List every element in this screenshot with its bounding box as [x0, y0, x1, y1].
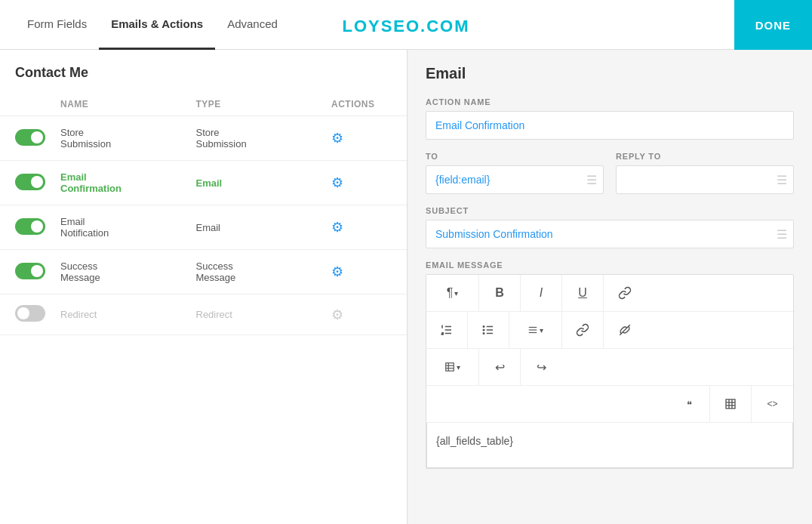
col-type: TYPE	[196, 99, 332, 109]
done-button[interactable]: DONE	[734, 0, 812, 50]
variable-btn[interactable]: ❝	[669, 386, 710, 422]
left-panel: Contact Me NAME TYPE ACTIONS StoreSubmis…	[0, 50, 408, 524]
source-code-btn[interactable]: <>	[752, 386, 793, 422]
row-name-store-submission: StoreSubmission	[60, 127, 196, 149]
paragraph-btn[interactable]: ¶ ▾	[426, 275, 479, 311]
to-input-wrapper: ☰	[426, 165, 604, 194]
toolbar-container: ¶ ▾ B I U	[426, 274, 794, 469]
svg-point-8	[483, 333, 484, 334]
row-actions-store-submission[interactable]: ⚙	[331, 130, 392, 146]
break-link-btn[interactable]	[604, 312, 645, 348]
reply-to-group: REPLY TO ☰	[616, 152, 794, 194]
italic-btn[interactable]: I	[521, 275, 562, 311]
row-type-success-message: SuccessMessage	[196, 260, 332, 283]
to-list-icon[interactable]: ☰	[586, 173, 597, 187]
row-name-email-notification: EmailNotification	[60, 216, 196, 239]
panel-title: Contact Me	[0, 65, 407, 93]
to-input[interactable]	[426, 166, 603, 193]
redo-btn[interactable]: ↪	[521, 349, 562, 385]
table-btn[interactable]: ▾	[426, 349, 479, 385]
to-reply-row: TO ☰ REPLY TO ☰	[426, 152, 794, 206]
row-type-email-confirmation: Email	[196, 177, 332, 189]
svg-point-6	[483, 326, 484, 328]
table-row: EmailNotification Email ⚙	[0, 205, 407, 250]
col-name: NAME	[60, 99, 196, 109]
toggle-email-confirmation[interactable]	[15, 174, 60, 193]
table-header: NAME TYPE ACTIONS	[0, 93, 407, 116]
email-content-area[interactable]: {all_fields_table}	[426, 423, 793, 468]
right-panel-title: Email	[426, 65, 794, 82]
reply-to-list-icon[interactable]: ☰	[777, 173, 787, 187]
row-actions-email-confirmation[interactable]: ⚙	[331, 174, 392, 191]
tab-form-fields[interactable]: Form Fields	[15, 0, 99, 50]
table-insert-btn[interactable]	[710, 386, 752, 422]
gear-icon-store-submission[interactable]: ⚙	[331, 131, 343, 146]
tab-advanced[interactable]: Advanced	[215, 0, 290, 50]
action-name-input-wrapper	[426, 111, 794, 140]
table-row: StoreSubmission StoreSubmission ⚙	[0, 116, 407, 161]
row-actions-success-message[interactable]: ⚙	[331, 264, 392, 280]
subject-input[interactable]	[426, 220, 793, 248]
action-name-label: ACTION NAME	[426, 97, 794, 106]
main-layout: Contact Me NAME TYPE ACTIONS StoreSubmis…	[0, 50, 812, 524]
toolbar-row-1: ¶ ▾ B I U	[426, 275, 793, 312]
tab-emails-actions[interactable]: Emails & Actions	[99, 0, 215, 50]
to-label: TO	[426, 152, 604, 161]
row-actions-redirect: ⚙	[331, 307, 392, 323]
top-nav: Form Fields Emails & Actions Advanced DO…	[0, 0, 812, 50]
action-name-group: ACTION NAME	[426, 97, 794, 140]
unlink-btn[interactable]	[604, 275, 645, 311]
subject-label: SUBJECT	[426, 206, 794, 215]
ordered-list-btn[interactable]	[426, 312, 468, 348]
to-group: TO ☰	[426, 152, 604, 194]
subject-input-wrapper: ☰	[426, 220, 794, 248]
row-actions-email-notification[interactable]: ⚙	[331, 219, 392, 236]
table-row: EmailConfirmation Email ⚙	[0, 161, 407, 205]
toolbar-row-2: ▾	[426, 312, 793, 349]
subject-list-icon[interactable]: ☰	[777, 227, 787, 242]
toggle-store-submission[interactable]	[15, 129, 60, 148]
row-type-store-submission: StoreSubmission	[196, 127, 332, 149]
right-panel: Email ACTION NAME TO ☰ REPLY TO ☰	[408, 50, 812, 524]
hyperlink-btn[interactable]	[562, 312, 604, 348]
reply-to-input-wrapper: ☰	[616, 165, 794, 194]
toggle-success-message[interactable]	[15, 263, 60, 282]
row-name-redirect: Redirect	[60, 309, 196, 320]
table-row: SuccessMessage SuccessMessage ⚙	[0, 250, 407, 294]
subject-group: SUBJECT ☰	[426, 206, 794, 248]
col-toggle	[15, 99, 60, 109]
row-name-email-confirmation: EmailConfirmation	[60, 171, 196, 194]
col-actions: ACTIONS	[331, 99, 392, 109]
row-type-redirect: Redirect	[196, 309, 332, 320]
svg-rect-13	[446, 363, 454, 371]
toolbar-row-3: ▾ ↩ ↪	[426, 349, 793, 386]
reply-to-input[interactable]	[617, 166, 793, 193]
svg-point-7	[483, 329, 484, 331]
reply-to-label: REPLY TO	[616, 152, 794, 161]
undo-btn[interactable]: ↩	[479, 349, 521, 385]
toggle-email-notification[interactable]	[15, 218, 60, 237]
unordered-list-btn[interactable]	[468, 312, 509, 348]
align-btn[interactable]: ▾	[509, 312, 562, 348]
toggle-redirect[interactable]	[15, 305, 60, 324]
row-name-success-message: SuccessMessage	[60, 260, 196, 283]
gear-icon-success-message[interactable]: ⚙	[331, 264, 343, 279]
table-row: Redirect Redirect ⚙	[0, 294, 407, 335]
email-message-group: EMAIL MESSAGE ¶ ▾ B I U	[426, 260, 794, 469]
toolbar-row-4: ❝ <>	[426, 386, 793, 423]
gear-icon-redirect: ⚙	[331, 307, 343, 322]
action-name-input[interactable]	[426, 112, 793, 139]
gear-icon-email-notification[interactable]: ⚙	[331, 220, 343, 235]
row-type-email-notification: Email	[196, 222, 332, 233]
email-message-label: EMAIL MESSAGE	[426, 260, 794, 270]
svg-rect-17	[726, 399, 735, 408]
bold-btn[interactable]: B	[479, 275, 521, 311]
gear-icon-email-confirmation[interactable]: ⚙	[331, 175, 343, 190]
underline-btn[interactable]: U	[562, 275, 604, 311]
